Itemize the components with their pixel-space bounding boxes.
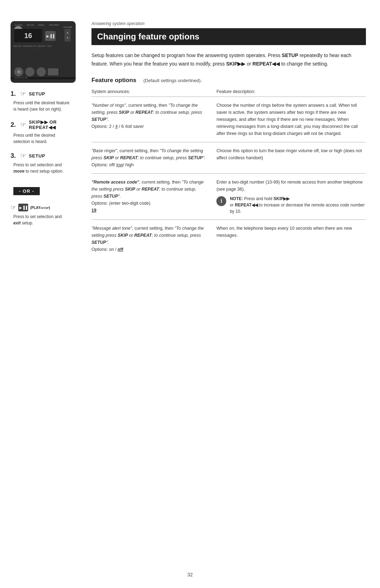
label-answer: ANSWER ON [23, 45, 36, 47]
step-2-number: 2. [11, 121, 18, 129]
btn-2 [37, 67, 46, 76]
label-record: RECORD [49, 24, 59, 26]
label-annc: ANNC. [38, 24, 45, 26]
step-3-title: SETUP [29, 153, 45, 159]
or-divider: - OR - [11, 181, 77, 201]
label-repeat: REPEAT [37, 45, 46, 47]
step-2-finger-icon: ☞ [20, 121, 26, 129]
finger-icon-1: ☞ [32, 51, 39, 60]
feature-table: System announces: Feature description: "… [91, 87, 366, 258]
label-skip: SKIP [47, 45, 52, 47]
right-column: Answering system operation Changing feat… [84, 14, 380, 574]
finger-icon-2: ☞ [44, 51, 51, 60]
left-column: CLOCK SETUP ANNC. RECORD QO 16 ▶▐▐ ▲ ▼ V… [0, 14, 84, 574]
screen-number: 16 [24, 32, 32, 40]
row1-right: Choose the number of rings before the sy… [212, 97, 366, 142]
step-1-finger-icon: ☞ [20, 90, 26, 98]
table-row: "Number of rings", current setting, then… [91, 97, 366, 142]
table-row: "Message alert tone", current setting, t… [91, 219, 366, 258]
table-header-row: System announces: Feature description: [91, 87, 366, 97]
row3-left: "Remote access code", current setting, t… [91, 173, 212, 219]
note-info-icon: i [216, 196, 226, 206]
step-3-description: Press to set selection andmove to next s… [11, 162, 77, 174]
feature-options-header: Feature options (Default settings underl… [91, 77, 366, 84]
vol-label: VOLUME [63, 26, 72, 28]
col-right-header: Feature description: [212, 87, 366, 97]
play-stop-label: (PLAY/STOP) [30, 205, 50, 210]
vol-down-icon: ▼ [66, 37, 69, 39]
step-3: 3. ☞ SETUP Press to set selection andmov… [11, 152, 77, 174]
btn-1 [25, 67, 34, 76]
section-label: Answering system operation [91, 21, 366, 26]
page-number: 32 [187, 572, 193, 577]
btn-power: ⏻ [14, 67, 23, 76]
play-stop-finger-icon: ☞ [11, 204, 16, 211]
play-icon: ▶▐▐ [19, 206, 27, 210]
device-volume: ▲ ▼ [64, 29, 71, 42]
step-3-number: 3. [11, 152, 18, 160]
row1-left: "Number of rings", current setting, then… [91, 97, 212, 142]
device-play-button: ▶▐▐ [45, 31, 56, 41]
intro-text: Setup features can be changed to program… [91, 51, 366, 68]
play-stop-description: Press to set selection andexit setup. [11, 213, 77, 226]
label-setup: SETUP [27, 24, 34, 26]
vol-up-icon: ▲ [66, 31, 69, 34]
feature-options-title: Feature options [91, 77, 137, 84]
note-box: i NOTE: Press and hold SKIP▶▶or REPEAT◀◀… [216, 196, 366, 215]
play-stop-step: ☞ ▶▐▐ (PLAY/STOP) Press to set selection… [11, 204, 77, 226]
step-1-description: Press until the desired featureis heard … [11, 100, 77, 112]
table-row: "Base ringer", current setting, then "To… [91, 142, 366, 173]
play-stop-row: ☞ ▶▐▐ (PLAY/STOP) [11, 204, 77, 211]
or-label: - OR - [13, 187, 40, 195]
page-title: Changing feature options [91, 28, 366, 45]
step-1: 1. ☞ SETUP Press until the desired featu… [11, 90, 77, 112]
step-1-number: 1. [11, 90, 18, 98]
step-3-finger-icon: ☞ [20, 152, 26, 160]
device-mid-labels: DELETE ANSWER ON REPEAT SKIP [13, 45, 52, 47]
play-stop-icon: ▶▐▐ [18, 204, 28, 211]
device-top-labels: CLOCK SETUP ANNC. RECORD [15, 24, 59, 26]
row4-right: When on, the telephone beeps every 10 se… [212, 219, 366, 258]
step-1-title: SETUP [29, 91, 45, 97]
table-row: "Remote access code", current setting, t… [91, 173, 366, 219]
feature-options-default: (Default settings underlined). [144, 78, 202, 83]
device-image: CLOCK SETUP ANNC. RECORD QO 16 ▶▐▐ ▲ ▼ V… [11, 21, 76, 83]
row4-left: "Message alert tone", current setting, t… [91, 219, 212, 258]
step-2: 2. ☞ SKIP▶▶ orREPEAT◀◀ Press until the d… [11, 119, 77, 145]
label-delete: DELETE [13, 45, 21, 47]
step-2-title: SKIP▶▶ orREPEAT◀◀ [29, 119, 57, 130]
note-text: NOTE: Press and hold SKIP▶▶or REPEAT◀◀ t… [230, 196, 366, 215]
row2-left: "Base ringer", current setting, then "To… [91, 142, 212, 173]
charge-label: CHARGE/IN USE [14, 77, 28, 79]
col-left-header: System announces: [91, 87, 212, 97]
row3-right: Enter a two-digit number (10-99) for rem… [212, 173, 366, 219]
btn-rect [48, 68, 58, 75]
row2-right: Choose this option to turn the base ring… [212, 142, 366, 173]
device-buttons-row: ⏻ [14, 67, 58, 76]
device-screen: 16 [14, 29, 42, 42]
step-2-description: Press until the desiredselection is hear… [11, 132, 77, 145]
